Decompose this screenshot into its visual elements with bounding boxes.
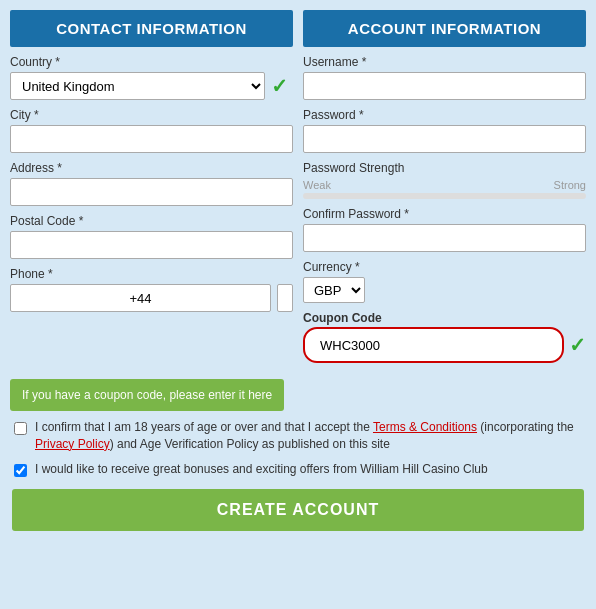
phone-label: Phone * — [10, 267, 293, 281]
privacy-link[interactable]: Privacy Policy — [35, 437, 110, 451]
confirm-password-label: Confirm Password * — [303, 207, 586, 221]
offers-checkbox[interactable] — [14, 464, 27, 477]
password-strength-label: Password Strength — [303, 161, 586, 175]
terms-checkbox[interactable] — [14, 422, 27, 435]
currency-select[interactable]: GBP USD EUR — [303, 277, 365, 303]
password-label: Password * — [303, 108, 586, 122]
contact-info-header: CONTACT INFORMATION — [10, 10, 293, 47]
phone-prefix-input[interactable] — [10, 284, 271, 312]
country-valid-check: ✓ — [271, 76, 288, 96]
city-label: City * — [10, 108, 293, 122]
city-input[interactable] — [10, 125, 293, 153]
country-label: Country * — [10, 55, 293, 69]
strength-weak-label: Weak — [303, 179, 331, 191]
offers-text: I would like to receive great bonuses an… — [35, 461, 488, 478]
terms-text: I confirm that I am 18 years of age or o… — [35, 419, 582, 453]
address-input[interactable] — [10, 178, 293, 206]
strength-strong-label: Strong — [554, 179, 586, 191]
address-label: Address * — [10, 161, 293, 175]
password-strength-bar: Weak Strong — [303, 179, 586, 199]
create-account-button[interactable]: CREATE ACCOUNT — [12, 489, 584, 531]
coupon-code-label: Coupon Code — [303, 311, 586, 325]
account-info-header: ACCOUNT INFORMATION — [303, 10, 586, 47]
username-input[interactable] — [303, 72, 586, 100]
coupon-valid-check: ✓ — [569, 335, 586, 355]
currency-label: Currency * — [303, 260, 586, 274]
username-label: Username * — [303, 55, 586, 69]
phone-number-input[interactable] — [277, 284, 293, 312]
terms-checkbox-row: I confirm that I am 18 years of age or o… — [12, 419, 584, 453]
postal-input[interactable] — [10, 231, 293, 259]
offers-checkbox-row: I would like to receive great bonuses an… — [12, 461, 584, 478]
password-input[interactable] — [303, 125, 586, 153]
country-select[interactable]: United Kingdom United States France Germ… — [10, 72, 265, 100]
terms-link[interactable]: Terms & Conditions — [373, 420, 477, 434]
coupon-code-input[interactable] — [313, 331, 554, 359]
coupon-banner: If you have a coupon code, please enter … — [10, 379, 284, 411]
postal-label: Postal Code * — [10, 214, 293, 228]
confirm-password-input[interactable] — [303, 224, 586, 252]
